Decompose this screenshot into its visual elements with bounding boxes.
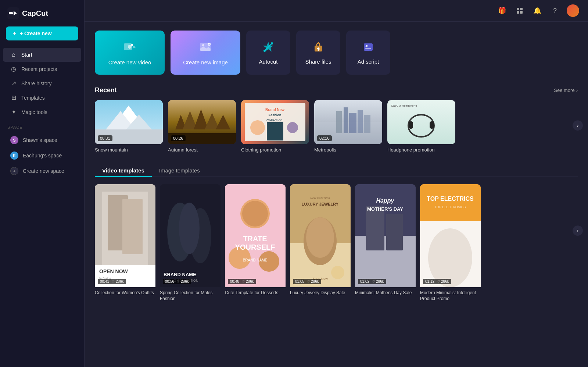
svg-rect-5 <box>517 11 519 14</box>
svg-text:CapCut Headphone: CapCut Headphone <box>391 104 417 107</box>
home-icon: ⌂ <box>10 51 17 58</box>
heart-icon-5: ♡ <box>372 279 375 284</box>
sidebar-item-eachung-space[interactable]: E Eachung's space <box>3 148 81 163</box>
shawn-space-label: Shawn's space <box>23 137 57 143</box>
topbar: 🎁 🔔 ? <box>85 0 588 22</box>
svg-text:YOURSELF: YOURSELF <box>235 243 275 251</box>
autocut-label: Autocut <box>259 58 278 65</box>
recent-item-snow[interactable]: 00:31 Snow mountain <box>95 100 163 153</box>
create-video-label: Create new video <box>108 59 151 65</box>
sidebar-item-start[interactable]: ⌂ Start <box>3 48 81 62</box>
create-video-card[interactable]: + Create new video <box>95 31 165 75</box>
svg-text:OPEN NOW: OPEN NOW <box>99 268 128 274</box>
svg-text:TOP ELECTRONICS: TOP ELECTRONICS <box>435 205 466 209</box>
metropolis-time-badge: 02:10 <box>317 135 332 141</box>
sidebar-item-share[interactable]: ↗ Share history <box>3 76 81 90</box>
template-item-women[interactable]: OPEN NOW In Spring 00:41 ♡ 286k <box>95 184 155 303</box>
svg-rect-55 <box>430 121 434 129</box>
recent-item-metropolis[interactable]: 02:10 Metropolis <box>314 100 382 153</box>
svg-point-17 <box>263 50 266 52</box>
mothers-thumb: Happy MOTHER'S DAY 01:02 ♡ 286k <box>355 184 416 287</box>
sidebar-item-magic-label: Magic tools <box>21 109 47 115</box>
create-space-label: Create new space <box>23 168 64 174</box>
recent-item-forest[interactable]: 00:26 Autumn forest <box>168 100 236 153</box>
snow-thumbnail: 00:31 <box>95 100 163 144</box>
app-name: CapCut <box>22 9 48 18</box>
main-content: 🎁 🔔 ? <box>85 0 588 367</box>
templates-items-row: OPEN NOW In Spring 00:41 ♡ 286k <box>95 184 578 303</box>
sidebar-item-recent[interactable]: ◷ Recent projects <box>3 62 81 76</box>
svg-rect-23 <box>365 50 369 50</box>
share-files-icon <box>312 40 325 55</box>
user-avatar[interactable] <box>567 4 579 17</box>
app-logo: CapCut <box>0 6 84 26</box>
create-video-icon: + <box>122 40 137 56</box>
recent-item-clothing[interactable]: Brand New Fashion Collection. Clothing p… <box>241 100 309 153</box>
svg-rect-4 <box>520 8 523 10</box>
svg-text:LUXURY JEWELRY: LUXURY JEWELRY <box>302 202 339 206</box>
eachung-space-label: Eachung's space <box>23 153 62 158</box>
recent-row-wrapper: 00:31 Snow mountain <box>95 100 578 153</box>
tab-image-templates[interactable]: Image templates <box>152 164 207 177</box>
sidebar: CapCut ＋ + Create new ⌂ Start ◷ Recent p… <box>0 0 85 367</box>
sidebar-item-magic[interactable]: ✦ Magic tools <box>3 105 81 119</box>
jewelry-name: Luxury Jewelry Display Sale <box>290 287 351 297</box>
template-item-jewelry[interactable]: New Collection LUXURY JEWELRY Shop Now 0… <box>290 184 351 303</box>
layout-icon[interactable] <box>514 5 526 17</box>
create-image-icon: + <box>198 40 213 56</box>
headphone-name: Headphone promotion <box>387 147 455 153</box>
autocut-card[interactable]: Autocut <box>246 31 290 75</box>
svg-rect-49 <box>358 110 363 133</box>
share-files-card[interactable]: Share files <box>296 31 340 75</box>
sidebar-item-recent-label: Recent projects <box>21 66 57 72</box>
sidebar-item-create-space[interactable]: + Create new space <box>3 163 81 179</box>
template-item-spring[interactable]: BRAND NAME SPRING COLLECTION 00:56 ♡ 286… <box>160 184 220 303</box>
ad-script-card[interactable]: AI Ad script <box>346 31 390 75</box>
svg-rect-88 <box>386 214 403 250</box>
heart-icon: ♡ <box>111 279 115 284</box>
bell-icon[interactable]: 🔔 <box>531 5 543 17</box>
tab-video-templates[interactable]: Video templates <box>95 164 152 177</box>
sidebar-item-templates[interactable]: ⊞ Templates <box>3 90 81 105</box>
svg-rect-48 <box>349 113 356 133</box>
dessert-badge: 00:48 ♡ 286k <box>228 279 256 284</box>
svg-rect-22 <box>365 48 371 49</box>
heart-icon-6: ♡ <box>437 279 440 284</box>
templates-scroll-right[interactable]: › <box>573 225 583 236</box>
sidebar-item-templates-label: Templates <box>21 95 45 101</box>
svg-text:BRAND NAME: BRAND NAME <box>164 272 196 277</box>
page-content: + Create new video + Create new image <box>85 22 588 312</box>
chevron-right-icon: › <box>576 88 578 93</box>
svg-point-42 <box>287 122 298 133</box>
svg-text:AI: AI <box>365 44 368 48</box>
forest-name: Autumn forest <box>168 147 236 153</box>
svg-text:MOTHER'S DAY: MOTHER'S DAY <box>367 206 403 212</box>
recent-scroll-right[interactable]: › <box>573 120 583 131</box>
sidebar-item-shawn-space[interactable]: S Shawn's space <box>3 132 81 148</box>
create-new-button[interactable]: ＋ + Create new <box>6 26 78 40</box>
template-item-dessert[interactable]: TRATE YOURSELF BRAND NAME 00:48 ♡ 286k <box>225 184 286 303</box>
gift-icon[interactable]: 🎁 <box>496 5 508 17</box>
create-image-card[interactable]: + Create new image <box>171 31 240 75</box>
electrics-badge: 01:12 ♡ 286k <box>423 279 451 284</box>
svg-point-83 <box>331 266 344 279</box>
help-icon[interactable]: ? <box>549 5 561 17</box>
heart-icon-4: ♡ <box>306 279 310 284</box>
templates-row-wrapper: OPEN NOW In Spring 00:41 ♡ 286k <box>95 184 578 303</box>
svg-rect-54 <box>409 121 413 129</box>
sidebar-item-start-label: Start <box>21 52 32 58</box>
space-section-label: SPACE <box>0 119 84 132</box>
recent-item-headphone[interactable]: CapCut Headphone Headphone promotion <box>387 100 455 153</box>
template-item-mothers[interactable]: Happy MOTHER'S DAY 01:02 ♡ 286k <box>355 184 416 303</box>
svg-text:Fashion: Fashion <box>269 113 282 117</box>
svg-text:BRAND NAME: BRAND NAME <box>243 258 268 262</box>
recent-items-row: 00:31 Snow mountain <box>95 100 578 153</box>
svg-point-18 <box>271 42 273 44</box>
clock-icon: ◷ <box>10 65 17 72</box>
template-item-electrics[interactable]: TOP ELECTRICS TOP ELECTRONICS 01:12 ♡ 28… <box>420 184 481 303</box>
svg-text:+: + <box>132 44 133 46</box>
heart-icon-2: ♡ <box>176 279 180 284</box>
see-more-link[interactable]: See more › <box>554 88 578 93</box>
forest-thumbnail: 00:26 <box>168 100 236 144</box>
svg-rect-59 <box>122 199 143 254</box>
